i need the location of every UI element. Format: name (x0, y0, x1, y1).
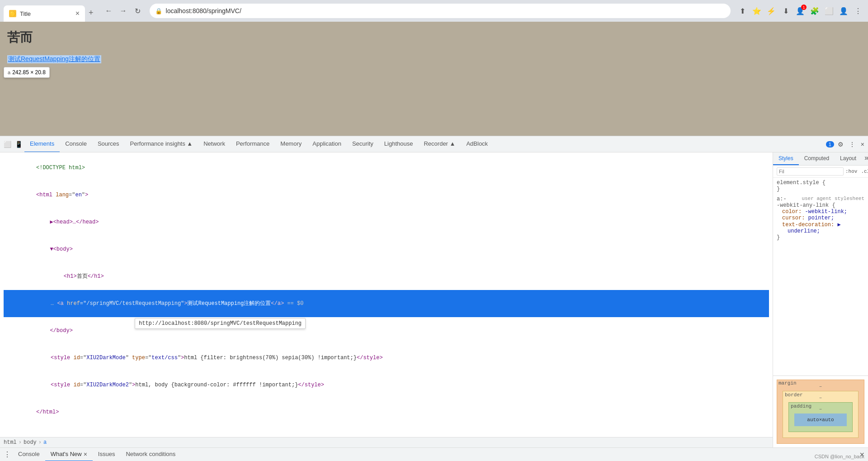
devtools-toolbar: ⬜ 📱 Elements Console Sources Performance… (0, 136, 868, 152)
tab-security[interactable]: Security (347, 136, 379, 152)
tab-console[interactable]: Console (60, 136, 92, 152)
style-prop-color: color: -webkit-link; (782, 209, 864, 215)
cls-button[interactable]: .cls (861, 169, 868, 174)
bottom-panel-menu-icon[interactable]: ⋮ (2, 448, 13, 461)
tab-sources[interactable]: Sources (92, 136, 125, 152)
styles-tab-computed[interactable]: Computed (799, 152, 835, 165)
tab-title: Title (20, 10, 31, 17)
style-close-a: } (777, 234, 864, 241)
box-model-container: margin – border – padding – auto×auto (773, 375, 868, 447)
html-line-style2[interactable]: <style id="XIU2DarkMode2">html, body {ba… (4, 371, 769, 399)
tab-network[interactable]: Network (198, 136, 231, 152)
tab-application[interactable]: Application (307, 136, 347, 152)
browser-controls: ← → ↻ (99, 5, 148, 17)
margin-label: margin (778, 380, 797, 386)
html-line-h1[interactable]: <h1>首页</h1> (4, 263, 769, 290)
new-tab-button[interactable]: + (85, 6, 97, 19)
tab-performance-insights[interactable]: Performance insights ▲ (125, 136, 198, 152)
share-icon[interactable]: ⬆ (736, 5, 749, 17)
style-pseudo-webkit: -webkit-any-link { (777, 202, 864, 209)
box-padding: padding – auto×auto (788, 402, 853, 432)
back-button[interactable]: ← (103, 5, 115, 17)
profile-icon[interactable]: 👤1 (794, 5, 807, 17)
bookmark-icon[interactable]: ⭐ (750, 5, 763, 17)
styles-content: element.style { } a:- user agent stylesh… (773, 178, 868, 375)
devtools: ⬜ 📱 Elements Console Sources Performance… (0, 136, 868, 447)
tab-adblock[interactable]: AdBlock (461, 136, 493, 152)
devtools-settings-icon[interactable]: ⚙ (836, 139, 845, 150)
devtools-close-icon[interactable]: × (859, 139, 866, 150)
inspect-element-icon[interactable]: ⬜ (2, 139, 13, 150)
html-content: <!DOCTYPE html> <html lang="en"> ▶<head>… (0, 152, 773, 437)
box-content-value: auto×auto (807, 417, 834, 423)
html-line-style1[interactable]: <style id="XIU2DarkMode" type="text/css"… (4, 344, 769, 371)
style-close-element: } (777, 186, 864, 192)
tab-recorder[interactable]: Recorder ▲ (418, 136, 461, 152)
html-line-doctype[interactable]: <!DOCTYPE html> (4, 154, 769, 181)
tooltip-dimensions: 242.85 × 20.8 (12, 69, 46, 76)
tab-elements[interactable]: Elements (24, 136, 60, 152)
tab-close-icon[interactable]: × (75, 10, 80, 17)
tab-bar: 🟡 Title × + (4, 0, 97, 22)
html-line-html-close[interactable]: </html> (4, 399, 769, 426)
tab-memory[interactable]: Memory (275, 136, 307, 152)
styles-tabs: Styles Computed Layout » (773, 152, 868, 166)
border-dash: – (819, 395, 822, 400)
bottom-tab-network-conditions[interactable]: Network conditions (120, 448, 181, 461)
tooltip-tag: a (8, 70, 10, 75)
download-icon[interactable]: ⬇ (779, 5, 792, 17)
tab-performance[interactable]: Performance (231, 136, 275, 152)
page-content: 苦而 a 242.85 × 20.8 测试RequestMapping注解的位置 (0, 22, 868, 136)
padding-dash: – (819, 406, 822, 412)
power-icon[interactable]: ⚡ (765, 5, 778, 17)
element-tooltip: a 242.85 × 20.8 (4, 67, 50, 78)
html-line-body-close[interactable]: </body> (4, 317, 769, 344)
breadcrumb-item-html[interactable]: html (4, 439, 17, 446)
more-icon[interactable]: ⋮ (852, 5, 864, 17)
devtools-tabs: Elements Console Sources Performance ins… (24, 136, 826, 152)
style-prop-text-decoration: text-decoration: ▶ (782, 221, 864, 228)
styles-more-icon[interactable]: » (862, 152, 868, 165)
account-icon[interactable]: 👤 (837, 5, 850, 17)
padding-label: padding (791, 404, 811, 409)
browser-chrome: 🟡 Title × + ← → ↻ 🔒 ⬆ ⭐ ⚡ ⬇ 👤1 🧩 ⬜ 👤 ⋮ (0, 0, 868, 22)
address-bar-container: 🔒 (150, 4, 731, 18)
devtools-main: <!DOCTYPE html> <html lang="en"> ▶<head>… (0, 152, 868, 447)
styles-filter-input[interactable] (777, 167, 844, 176)
elements-panel: <!DOCTYPE html> <html lang="en"> ▶<head>… (0, 152, 773, 447)
extension-icon[interactable]: 🧩 (808, 5, 821, 17)
html-line-body[interactable]: ▼<body> (4, 236, 769, 263)
styles-tab-layout[interactable]: Layout (835, 152, 862, 165)
window-icon[interactable]: ⬜ (823, 5, 835, 17)
style-selector-a: a:- user agent stylesheet (777, 196, 864, 202)
html-line-head[interactable]: ▶<head>…</head> (4, 209, 769, 236)
reload-button[interactable]: ↻ (132, 5, 144, 17)
breadcrumb-item-a[interactable]: a (43, 439, 47, 446)
url-tooltip: http://localhost:8080/springMVC/testRequ… (135, 318, 306, 329)
active-tab[interactable]: 🟡 Title × (4, 5, 85, 22)
page-link[interactable]: 测试RequestMapping注解的位置 (7, 55, 101, 63)
address-bar[interactable] (166, 7, 725, 14)
style-rule-element: element.style { } (777, 180, 864, 192)
styles-tab-styles[interactable]: Styles (773, 152, 799, 165)
whats-new-close-icon[interactable]: × (84, 451, 87, 458)
toolbar-icons: ⬆ ⭐ ⚡ ⬇ 👤1 🧩 ⬜ 👤 ⋮ (736, 5, 864, 17)
breadcrumb-item-body[interactable]: body (24, 439, 37, 446)
tab-lighthouse[interactable]: Lighthouse (379, 136, 419, 152)
styles-toolbar: :hov .cls + ⬜ ⤢ (773, 166, 868, 178)
border-label: border (785, 392, 803, 398)
style-prop-cursor: cursor: pointer; (782, 215, 864, 221)
watermark: CSDN @lion_no_back (815, 454, 864, 459)
bottom-tab-issues[interactable]: Issues (93, 448, 121, 461)
hov-button[interactable]: :hov (845, 169, 857, 174)
device-toolbar-icon[interactable]: 📱 (13, 139, 24, 150)
bottom-tab-whats-new[interactable]: What's New × (45, 448, 93, 461)
devtools-more-icon[interactable]: ⋮ (847, 139, 857, 150)
style-rule-a: a:- user agent stylesheet -webkit-any-li… (777, 196, 864, 241)
breadcrumb: html › body › a (0, 437, 773, 447)
html-line-selected[interactable]: … <a href="/springMVC/testRequestMapping… (4, 290, 769, 317)
style-prop-underline: underline; (788, 228, 864, 234)
bottom-tab-console[interactable]: Console (13, 448, 45, 461)
forward-button[interactable]: → (117, 5, 130, 17)
html-line-html[interactable]: <html lang="en"> (4, 181, 769, 209)
